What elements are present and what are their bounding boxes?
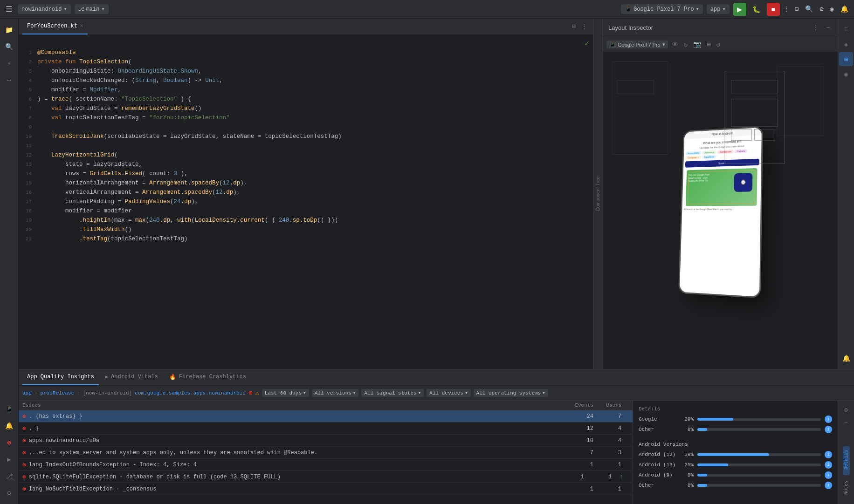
issue-error-icon-4: ⊗ bbox=[22, 449, 26, 456]
inspector-3d-icon[interactable]: ⊞ bbox=[705, 40, 712, 49]
run-button[interactable]: ▶ bbox=[733, 3, 746, 16]
filter-release-link[interactable]: prodRelease bbox=[40, 390, 74, 396]
filter-warning-badge[interactable]: ⚠ bbox=[255, 389, 259, 397]
brpanel-settings-icon[interactable]: ⚙ bbox=[842, 404, 850, 415]
issue-row-4[interactable]: ⊗ ...ed to system_server and system apps… bbox=[19, 447, 633, 459]
manufacturer-bar-fill-other bbox=[697, 428, 707, 431]
device-selector[interactable]: 📱 Google Pixel 7 Pro ▾ bbox=[621, 4, 703, 14]
code-line: 11 bbox=[19, 141, 593, 150]
brpanel-tab-notes[interactable]: Notes bbox=[843, 477, 850, 500]
toolbar-right-icons: ⊟ 🔍 ⚙ ◉ 🔔 bbox=[793, 3, 850, 15]
issue-error-icon-1: ⊗ bbox=[22, 413, 26, 420]
android-version-info-other[interactable]: i bbox=[825, 482, 832, 489]
tab-firebase-crashlytics[interactable]: 🔥 Firebase Crashlytics bbox=[165, 369, 251, 385]
sidebar-icon-bug[interactable]: ⊗ bbox=[2, 435, 17, 450]
branch-selector[interactable]: ⎇ main ▾ bbox=[75, 4, 109, 14]
rpanel-icon-attributes[interactable]: ≡ bbox=[839, 22, 853, 36]
issue-events-4: 7 bbox=[568, 450, 601, 456]
inspector-refresh-icon[interactable]: ↻ bbox=[682, 40, 689, 49]
filter-operating-systems[interactable]: All operating systems ▾ bbox=[474, 389, 548, 397]
inspector-more-icon[interactable]: ⋮ bbox=[811, 23, 821, 33]
tab-firebase-icon: 🔥 bbox=[169, 374, 176, 381]
code-line: 21 .testTag(topicSelectionTestTag) bbox=[19, 234, 593, 244]
col-issues-label: Issues bbox=[22, 402, 568, 408]
tab-firebase-label: Firebase Crashlytics bbox=[179, 374, 246, 380]
issue-error-icon-2: ⊗ bbox=[22, 425, 26, 432]
issue-row-7[interactable]: ⊗ lang.NoSuchFieldException - _consensus… bbox=[19, 483, 633, 495]
file-tab-foryouscreen[interactable]: ForYouScreen.kt × bbox=[22, 19, 88, 34]
filter-devices[interactable]: All devices ▾ bbox=[427, 389, 470, 397]
app-selector[interactable]: app ▾ bbox=[707, 4, 730, 14]
filter-signal-states[interactable]: All signal states ▾ bbox=[361, 389, 424, 397]
rpanel-icon-resources[interactable]: ◈ bbox=[839, 37, 853, 51]
filter-package-link[interactable]: com.google.samples.apps.nowinandroid bbox=[135, 390, 246, 396]
project-dropdown-icon: ▾ bbox=[63, 6, 67, 13]
android-version-info-9[interactable]: i bbox=[825, 471, 832, 479]
brpanel-tab-details[interactable]: Details bbox=[843, 446, 850, 475]
filter-time-range[interactable]: Last 60 days ▾ bbox=[262, 389, 309, 397]
android-version-info-13[interactable]: i bbox=[825, 461, 832, 469]
brpanel-minus-icon[interactable]: − bbox=[842, 417, 850, 428]
issues-table-area: Issues Events Users ⊗ . {has extras} } 2… bbox=[19, 401, 854, 504]
filter-versions[interactable]: All versions ▾ bbox=[312, 389, 359, 397]
top-toolbar: ☰ nowinandroid ▾ ⎇ main ▾ 📱 Google Pixel… bbox=[0, 0, 854, 19]
filter-app-link[interactable]: app bbox=[22, 390, 32, 396]
manufacturer-info-google[interactable]: i bbox=[825, 415, 832, 423]
code-line: 5 modifier = Modifier, bbox=[19, 85, 593, 95]
issue-text-5: lang.IndexOutOfBoundsException - Index: … bbox=[29, 462, 568, 468]
tab-android-vitals[interactable]: ▶ Android Vitals bbox=[101, 369, 163, 385]
split-editor-icon[interactable]: ⊟ bbox=[570, 22, 578, 31]
issue-row-3[interactable]: ⊗ apps.nowinandroid/u0a 10 4 bbox=[19, 435, 633, 447]
toolbar-icon-4[interactable]: ◉ bbox=[828, 3, 836, 15]
inspector-header: Layout Inspector ⋮ − bbox=[603, 19, 838, 37]
issue-row-2[interactable]: ⊗ . } 12 4 bbox=[19, 422, 633, 435]
sidebar-icon-structure[interactable]: ⚡ bbox=[2, 56, 17, 71]
debug-button[interactable]: 🐛 bbox=[750, 3, 763, 16]
issue-row-6[interactable]: ⊗ sqlite.SQLiteFullException - database … bbox=[19, 471, 633, 483]
menu-icon[interactable]: ☰ bbox=[4, 3, 14, 16]
issue-users-3: 4 bbox=[601, 437, 629, 444]
inspector-reload-icon[interactable]: ↺ bbox=[715, 40, 722, 49]
stop-button[interactable]: ■ bbox=[767, 3, 780, 16]
phone-preview: Now in Android What are you interested i… bbox=[678, 126, 763, 299]
file-tab-close[interactable]: × bbox=[80, 24, 83, 29]
inspector-view-icon[interactable]: 👁 bbox=[670, 40, 680, 49]
sidebar-icon-more[interactable]: ⋯ bbox=[2, 73, 17, 88]
sidebar-icon-terminal[interactable]: ▶ bbox=[2, 452, 17, 467]
inspector-device-selector[interactable]: 📱 Google Pixel 7 Pro ▾ bbox=[606, 41, 668, 48]
component-tree-sidebar: Component Tree bbox=[593, 19, 603, 369]
android-version-pct-other: 8% bbox=[680, 483, 694, 488]
issue-text-6: sqlite.SQLiteFullException - database or… bbox=[29, 474, 559, 480]
rpanel-icon-layout[interactable]: ⊞ bbox=[839, 52, 853, 66]
issue-error-icon-6: ⊗ bbox=[22, 473, 26, 481]
sidebar-icon-device[interactable]: 📱 bbox=[2, 402, 17, 416]
filter-error-badge[interactable]: ⊗ bbox=[248, 389, 252, 397]
toolbar-icon-1[interactable]: ⊟ bbox=[793, 3, 800, 15]
toolbar-more-icon[interactable]: ⋮ bbox=[784, 6, 789, 13]
project-selector[interactable]: nowinandroid ▾ bbox=[18, 4, 71, 14]
sidebar-icon-notifications[interactable]: 🔔 bbox=[2, 418, 17, 433]
issue-users-7: 1 bbox=[601, 486, 629, 492]
rpanel-icon-motion[interactable]: ◉ bbox=[839, 67, 853, 81]
inspector-screenshot-icon[interactable]: 📷 bbox=[691, 40, 703, 49]
android-version-info-12[interactable]: i bbox=[825, 451, 832, 458]
code-line: 4 onTopicCheckedChanged: (String, Boolea… bbox=[19, 76, 593, 85]
manufacturer-info-other[interactable]: i bbox=[825, 426, 832, 433]
col-events-label: Events bbox=[568, 402, 601, 408]
issue-row-1[interactable]: ⊗ . {has extras} } 24 7 bbox=[19, 410, 633, 422]
rpanel-icon-bottom1[interactable]: 🔔 bbox=[839, 351, 853, 365]
inspector-minimize-icon[interactable]: − bbox=[825, 23, 832, 33]
issue-row-5[interactable]: ⊗ lang.IndexOutOfBoundsException - Index… bbox=[19, 459, 633, 471]
sidebar-icon-git[interactable]: ⎇ bbox=[2, 469, 17, 484]
toolbar-icon-3[interactable]: ⚙ bbox=[818, 3, 825, 15]
tab-more-icon[interactable]: ⋮ bbox=[579, 22, 589, 31]
sidebar-icon-folder[interactable]: 📁 bbox=[2, 22, 17, 37]
toolbar-icon-2[interactable]: 🔍 bbox=[803, 3, 815, 15]
tab-app-quality-insights[interactable]: App Quality Insights bbox=[22, 369, 99, 385]
sidebar-icon-settings[interactable]: ⚙ bbox=[2, 485, 17, 500]
bottom-right-tabs: ⚙ − Details Notes bbox=[838, 401, 854, 504]
sidebar-icon-search[interactable]: 🔍 bbox=[2, 39, 17, 54]
col-users-label: Users bbox=[601, 402, 629, 408]
toolbar-icon-5[interactable]: 🔔 bbox=[839, 3, 850, 15]
code-editor[interactable]: ✓ 1 @Composable 2 private fun TopicS bbox=[19, 35, 593, 369]
